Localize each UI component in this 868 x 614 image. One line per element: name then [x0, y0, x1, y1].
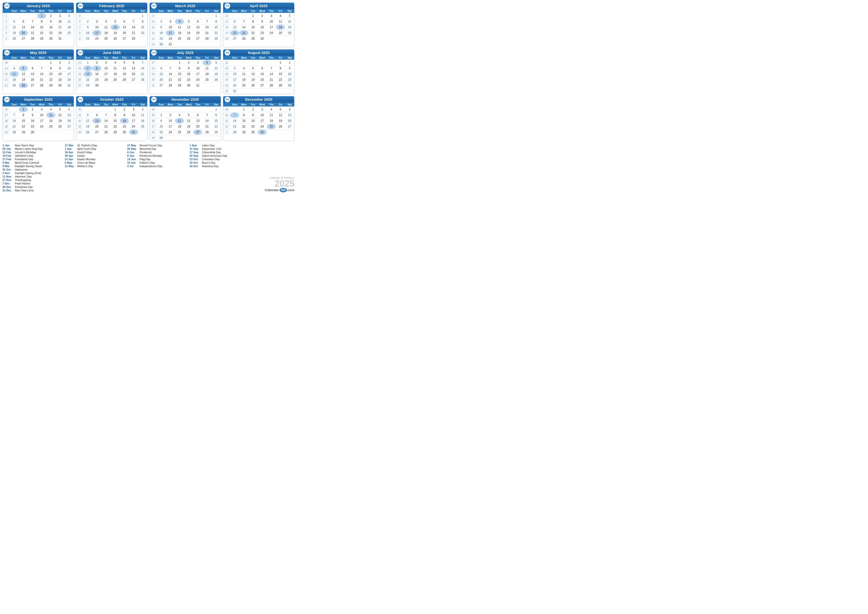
- day-cell: 16: [157, 30, 166, 36]
- holiday-name: Valentine's Day: [15, 154, 33, 157]
- day-cell: [257, 60, 267, 65]
- day-cell: [267, 60, 276, 65]
- week-row: 312728293031: [150, 82, 221, 88]
- day-cell: 9: [157, 25, 166, 30]
- day-cell: [285, 129, 294, 135]
- day-cell: 1: [239, 107, 248, 112]
- holiday-column: 1 JanNew Year's Day20 JanMartin Luther K…: [3, 144, 63, 168]
- day-cell: [193, 42, 202, 47]
- day-cell: 24: [92, 36, 101, 41]
- holiday-date: 15 Jun: [127, 161, 138, 164]
- dow-row: SunMonTueWedThuFriSat: [3, 56, 74, 60]
- week-num-header: [3, 103, 10, 106]
- holiday-name: New Year's Day: [15, 144, 34, 147]
- day-cell: 9: [257, 19, 267, 24]
- day-cell: 6: [257, 65, 267, 71]
- dow-label: Sun: [10, 103, 19, 106]
- dow-label: Sat: [212, 9, 221, 12]
- day-cell: 6: [92, 112, 101, 118]
- day-cell: 17: [267, 25, 276, 30]
- week-number: 36: [223, 89, 230, 94]
- month-title: January 2025: [26, 4, 50, 8]
- month-title: March 2025: [175, 4, 195, 8]
- week-row: 51: [76, 13, 147, 19]
- day-cell: 20: [257, 77, 267, 82]
- day-cell: 28: [10, 129, 19, 135]
- holiday-date: 1 Jan: [3, 144, 13, 147]
- day-cell: 16: [120, 118, 129, 124]
- day-cell: 3: [257, 107, 267, 112]
- day-cell: 3: [101, 60, 111, 65]
- day-cell: 30: [157, 42, 166, 47]
- day-cell: 9: [92, 65, 101, 71]
- holiday-item: 12 FebLincoln's Birthday: [3, 151, 63, 154]
- day-cell: 2: [46, 13, 56, 19]
- day-cell: 12: [184, 118, 193, 124]
- dow-label: Sat: [138, 103, 147, 106]
- day-cell: 23: [28, 124, 37, 129]
- day-cell: 28: [230, 129, 239, 135]
- calendar-grid: 365January 2025SunMonTueWedThuFriSat1123…: [3, 3, 294, 141]
- month-header: 365June 2025: [76, 50, 147, 56]
- day-cell: 24: [65, 77, 74, 82]
- day-cell: 26: [111, 36, 120, 41]
- day-cell: 12: [248, 71, 257, 77]
- holiday-item: 17 MayArmed Forces Day: [127, 144, 188, 147]
- day-cell: 28: [239, 36, 248, 41]
- holiday-name: Citizenship Day: [202, 151, 221, 154]
- week-row: 452345678: [150, 112, 221, 118]
- day-cell: 2: [285, 60, 294, 65]
- month-title: July 2025: [177, 51, 194, 55]
- day-cell: 10: [92, 25, 101, 30]
- day-cell: 4: [267, 107, 276, 112]
- dow-label: Mon: [166, 103, 175, 106]
- day-cell: 27: [28, 83, 37, 88]
- week-row: 4930: [150, 135, 221, 141]
- day-cell: 5: [83, 112, 92, 118]
- day-cell: 6: [285, 107, 294, 112]
- week-row: 1945678910: [3, 65, 74, 71]
- day-cell: 19: [285, 25, 294, 30]
- day-cell: [92, 13, 101, 19]
- holiday-date: 5 May: [65, 161, 76, 164]
- day-cell: 23: [157, 36, 166, 41]
- week-row: 18123: [3, 60, 74, 65]
- day-cell: [19, 60, 28, 65]
- day-cell: 7: [267, 65, 276, 71]
- day-cell: 14: [138, 65, 147, 71]
- day-cell: 17: [230, 77, 239, 82]
- day-cell: [10, 13, 19, 19]
- week-num-header: [150, 9, 157, 12]
- dow-label: Sat: [65, 9, 74, 12]
- badge-365: 365: [151, 50, 157, 56]
- month-title: October 2025: [100, 97, 124, 101]
- day-cell: 1: [46, 60, 56, 65]
- holiday-column: 31 OctHalloween2 NovDaylight Saving (End…: [3, 168, 63, 192]
- holiday-item: 14 FebValentine's Day: [3, 154, 63, 157]
- dow-label: Thu: [120, 103, 129, 106]
- day-cell: 1: [212, 13, 221, 19]
- holiday-name: Halloween: [15, 168, 28, 171]
- dow-label: Sun: [10, 56, 19, 59]
- day-cell: 27: [257, 83, 267, 88]
- day-cell: [101, 107, 111, 112]
- day-cell: 3: [56, 13, 65, 19]
- dow-label: Mon: [166, 56, 175, 59]
- dow-label: Sun: [157, 103, 166, 106]
- dow-label: Tue: [101, 103, 111, 106]
- holiday-name: Martin Luther King Day: [15, 147, 43, 150]
- day-cell: 9: [157, 118, 166, 124]
- holiday-date: 26 May: [127, 147, 138, 150]
- day-cell: 30: [28, 129, 37, 135]
- day-cell: [248, 89, 257, 94]
- day-cell: 3: [267, 13, 276, 19]
- day-cell: 14: [101, 118, 111, 124]
- dow-label: Tue: [101, 56, 111, 59]
- holiday-item: 18 AprGood Friday: [65, 151, 125, 154]
- day-cell: 30: [120, 129, 129, 135]
- week-number: 24: [76, 65, 83, 71]
- week-number: 34: [223, 77, 230, 82]
- day-cell: 29: [239, 129, 248, 135]
- day-cell: 2: [28, 107, 37, 112]
- day-cell: 26: [120, 77, 129, 82]
